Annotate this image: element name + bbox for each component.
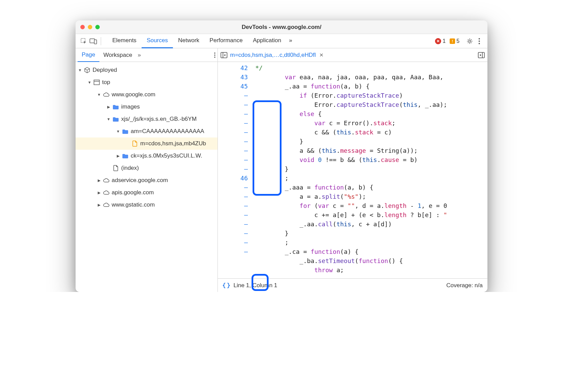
close-tab-icon[interactable]: ✕: [319, 52, 324, 58]
tree-item-label: www.google.com: [112, 91, 156, 98]
warning-count[interactable]: ! 5: [450, 38, 460, 44]
tree-item[interactable]: ▶apis.google.com: [76, 186, 218, 199]
window-titlebar: DevTools - www.google.com/: [76, 20, 487, 34]
cloud-icon: [103, 177, 110, 184]
svg-point-7: [214, 52, 215, 54]
sidebar-kebab-icon[interactable]: [214, 52, 215, 58]
tree-item[interactable]: (index): [76, 162, 218, 174]
window-zoom-button[interactable]: [95, 25, 100, 29]
tree-item[interactable]: ▼xjs/_/js/k=xjs.s.en_GB.-b6YM: [76, 113, 218, 125]
editor-statusbar: Line 1, Column 1 Coverage: n/a: [218, 278, 487, 292]
tree-item[interactable]: ▶images: [76, 101, 218, 113]
cursor-position: Line 1, Column 1: [234, 282, 277, 289]
folder-icon: [122, 128, 129, 135]
settings-icon[interactable]: [465, 36, 474, 46]
file-tree[interactable]: ▼Deployed▼top▼www.google.com▶images▼xjs/…: [76, 62, 218, 292]
tree-item-label: adservice.google.com: [112, 177, 168, 184]
tree-item-label: (index): [121, 165, 139, 172]
tree-item-label: m=cdos,hsm,jsa,mb4ZUb: [140, 140, 206, 147]
cloud-icon: [103, 189, 110, 196]
tree-item-label: top: [102, 79, 110, 86]
code-area[interactable]: */ var eaa, naa, jaa, oaa, paa, qaa, Aaa…: [255, 62, 487, 278]
pretty-print-icon[interactable]: [223, 282, 230, 289]
tree-item[interactable]: ▶ck=xjs.s.0Mx5ys3sCUI.L.W.: [76, 150, 218, 162]
svg-point-5: [479, 40, 480, 42]
svg-point-9: [214, 56, 215, 58]
toggle-debugger-icon[interactable]: [478, 52, 485, 58]
sidebar-tab-page[interactable]: Page: [78, 48, 99, 62]
tree-item[interactable]: ▶adservice.google.com: [76, 174, 218, 186]
frame-icon: [93, 79, 100, 86]
editor-tab-label: m=cdos,hsm,jsa,…c,dtl0hd,eHDfl: [230, 52, 316, 59]
line-gutter[interactable]: 424345–––––––––46––––––––: [218, 62, 255, 278]
file-icon: [131, 140, 138, 147]
tab-elements[interactable]: Elements: [107, 34, 142, 48]
svg-rect-10: [94, 80, 99, 85]
folder-icon: [112, 116, 119, 122]
svg-point-6: [479, 43, 480, 44]
tree-item-label: xjs/_/js/k=xjs.s.en_GB.-b6YM: [121, 116, 197, 122]
tree-item[interactable]: m=cdos,hsm,jsa,mb4ZUb: [76, 137, 218, 150]
window-minimize-button[interactable]: [88, 25, 92, 29]
tree-item-label: apis.google.com: [112, 189, 154, 196]
tab-application[interactable]: Application: [248, 34, 286, 48]
tree-item[interactable]: ▼Deployed: [76, 64, 218, 76]
warning-icon: !: [450, 38, 455, 44]
main-toolbar: Elements Sources Network Performance App…: [76, 34, 487, 48]
editor-tab-active[interactable]: m=cdos,hsm,jsa,…c,dtl0hd,eHDfl ✕: [227, 52, 326, 59]
tree-item-label: images: [121, 103, 140, 110]
window-title: DevTools - www.google.com/: [76, 24, 487, 31]
tree-item-label: ck=xjs.s.0Mx5ys3sCUI.L.W.: [131, 152, 202, 159]
error-icon: ✕: [435, 38, 441, 44]
inspect-element-icon[interactable]: [79, 36, 89, 46]
tree-item-label: www.gstatic.com: [112, 201, 155, 208]
cloud-icon: [103, 201, 110, 208]
sidebar-tabs-overflow[interactable]: »: [138, 52, 141, 59]
tree-item-label: am=CAAAAAAAAAAAAAAA: [131, 128, 204, 135]
navigator-sidebar: Page Workspace » ▼Deployed▼top▼www.googl…: [76, 48, 218, 292]
sidebar-tab-workspace[interactable]: Workspace: [99, 49, 136, 62]
svg-point-4: [479, 38, 480, 39]
svg-point-8: [214, 54, 215, 56]
tree-item-label: Deployed: [93, 67, 117, 74]
tree-item[interactable]: ▼am=CAAAAAAAAAAAAAAA: [76, 125, 218, 137]
svg-rect-1: [90, 39, 95, 43]
tree-item[interactable]: ▶www.gstatic.com: [76, 199, 218, 211]
cube-icon: [84, 67, 91, 74]
tabs-overflow[interactable]: »: [286, 34, 295, 48]
kebab-menu-icon[interactable]: [474, 36, 484, 46]
tab-sources[interactable]: Sources: [142, 34, 173, 48]
folder-icon: [112, 103, 119, 110]
tree-item[interactable]: ▼www.google.com: [76, 88, 218, 101]
tab-performance[interactable]: Performance: [205, 34, 248, 48]
cloud-icon: [103, 91, 110, 98]
svg-rect-2: [94, 40, 97, 44]
window-close-button[interactable]: [80, 25, 85, 29]
tab-network[interactable]: Network: [173, 34, 204, 48]
editor-pane: m=cdos,hsm,jsa,…c,dtl0hd,eHDfl ✕ 424345–…: [218, 48, 487, 292]
coverage-status: Coverage: n/a: [446, 282, 483, 289]
folder-icon: [122, 152, 129, 159]
device-toolbar-icon[interactable]: [89, 36, 98, 46]
tree-item[interactable]: ▼top: [76, 76, 218, 88]
toggle-navigator-icon[interactable]: [221, 52, 227, 58]
svg-point-3: [469, 40, 471, 42]
error-count[interactable]: ✕ 1: [435, 38, 446, 44]
doc-icon: [112, 165, 119, 172]
divider: [101, 37, 101, 45]
